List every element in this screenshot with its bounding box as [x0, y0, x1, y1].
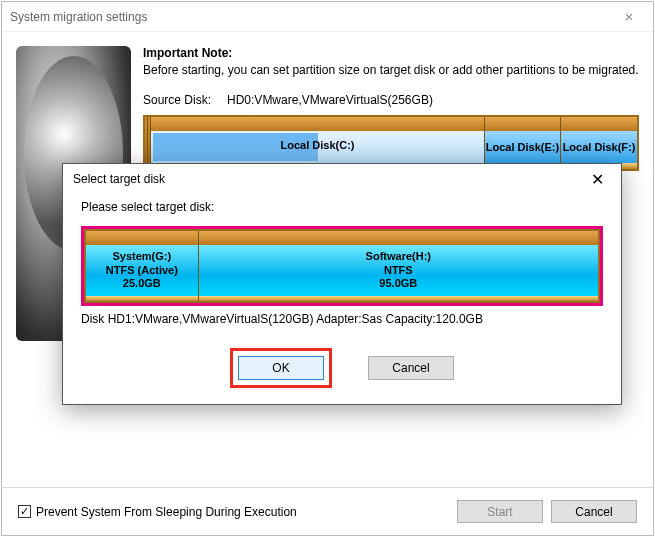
dialog-titlebar: Select target disk ✕	[63, 164, 621, 194]
close-icon[interactable]: ×	[609, 8, 649, 25]
partition-f-label: Local Disk(F:)	[561, 131, 637, 163]
tp-h-name: Software(H:)	[366, 250, 431, 264]
tp-g-name: System(G:)	[112, 250, 171, 264]
main-titlebar: System migration settings ×	[2, 2, 653, 32]
target-disk-highlight: System(G:) NTFS (Active) 25.0GB Software…	[81, 226, 603, 306]
source-label: Source Disk:	[143, 93, 211, 107]
checkbox-icon: ✓	[18, 505, 31, 518]
partition-c-label: Local Disk(C:)	[151, 139, 484, 151]
note-title: Important Note:	[143, 46, 639, 60]
select-target-dialog: Select target disk ✕ Please select targe…	[62, 163, 622, 405]
partition-e[interactable]: Local Disk(E:)	[485, 117, 561, 169]
note-text: Before starting, you can set partition s…	[143, 62, 639, 79]
ok-button[interactable]: OK	[238, 356, 324, 380]
dialog-close-icon[interactable]: ✕	[577, 170, 617, 189]
prevent-sleep-checkbox[interactable]: ✓ Prevent System From Sleeping During Ex…	[18, 505, 297, 519]
main-title: System migration settings	[10, 10, 147, 24]
target-disk-bar[interactable]: System(G:) NTFS (Active) 25.0GB Software…	[84, 229, 600, 303]
footer: ✓ Prevent System From Sleeping During Ex…	[2, 487, 653, 535]
target-disk-info: Disk HD1:VMware,VMwareVirtualS(120GB) Ad…	[81, 312, 603, 326]
start-button: Start	[457, 500, 543, 523]
cancel-button[interactable]: Cancel	[551, 500, 637, 523]
target-partition-h[interactable]: Software(H:) NTFS 95.0GB	[199, 231, 598, 301]
partition-e-label: Local Disk(E:)	[485, 131, 560, 163]
tp-g-size: 25.0GB	[123, 277, 161, 291]
partition-f[interactable]: Local Disk(F:)	[561, 117, 637, 169]
tp-g-fs: NTFS (Active)	[106, 264, 178, 278]
target-partition-g[interactable]: System(G:) NTFS (Active) 25.0GB	[86, 231, 199, 301]
source-value: HD0:VMware,VMwareVirtualS(256GB)	[227, 93, 433, 107]
ok-highlight: OK	[230, 348, 332, 388]
checkbox-label: Prevent System From Sleeping During Exec…	[36, 505, 297, 519]
dialog-title: Select target disk	[73, 172, 165, 186]
tp-h-fs: NTFS	[384, 264, 413, 278]
dialog-prompt: Please select target disk:	[81, 200, 603, 214]
tp-h-size: 95.0GB	[379, 277, 417, 291]
partition-c[interactable]: Local Disk(C:)	[151, 117, 485, 169]
dialog-cancel-button[interactable]: Cancel	[368, 356, 454, 380]
